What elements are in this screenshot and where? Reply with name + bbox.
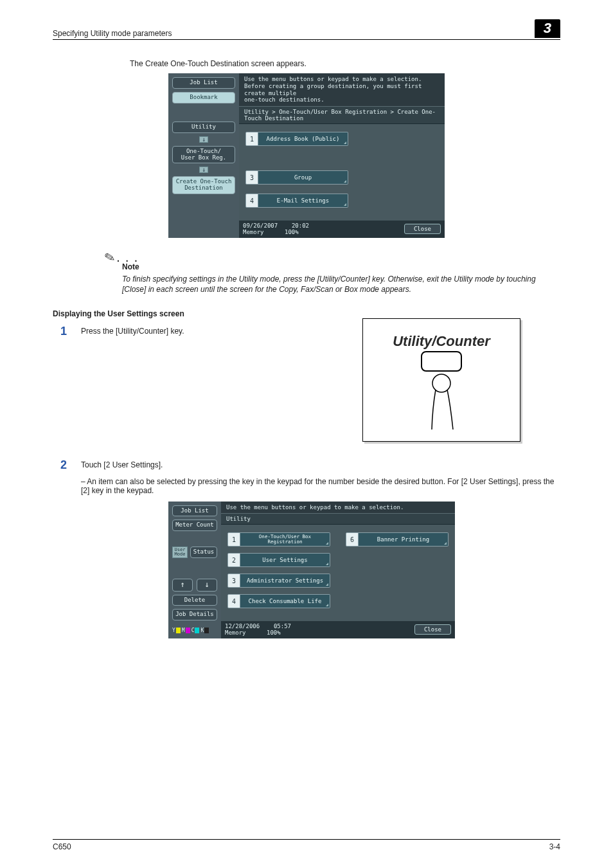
footer-time: 20:02	[292, 222, 309, 229]
key-label: Utility/Counter	[393, 333, 490, 350]
screenshot-create-one-touch: Job List Bookmark Utility ↓ One-Touch/ U…	[168, 73, 445, 238]
option-label: Address Book (Public)	[258, 132, 348, 146]
screenshot-utility-menu: Job List Meter Count User Mode Status ↑ …	[168, 502, 445, 639]
chapter-indicator: 3	[535, 19, 560, 38]
delete-button[interactable]: Delete	[172, 595, 217, 606]
job-details-button[interactable]: Job Details	[172, 609, 217, 620]
intro-text: The Create One-Touch Destination screen …	[130, 59, 560, 68]
breadcrumb: Utility > One-Touch/User Box Registratio…	[239, 106, 445, 124]
footer-mem-val: 100%	[267, 629, 281, 636]
footer-left: C650	[53, 842, 71, 851]
arrow-down-icon: ↓	[199, 167, 208, 173]
utility-nav[interactable]: Utility	[172, 122, 235, 133]
step-1: 1 Press the [Utility/Counter] key.	[53, 325, 362, 338]
option-number: 4	[245, 194, 258, 208]
meter-count-button[interactable]: Meter Count	[172, 520, 217, 531]
footer-time: 05:57	[274, 623, 291, 629]
page-footer: C650 3-4	[53, 839, 560, 851]
option-address-book[interactable]: 1 Address Book (Public)	[245, 132, 438, 146]
utility-counter-key-figure: Utility/Counter	[362, 318, 520, 442]
step-text: Touch [2 User Settings].	[81, 458, 560, 469]
down-arrow-button[interactable]: ↓	[197, 579, 217, 591]
step-number: 1	[53, 325, 67, 338]
arrow-down-icon: ↓	[199, 136, 208, 143]
step-text: Press the [Utility/Counter] key.	[81, 325, 362, 336]
option-admin-settings[interactable]: 3 Administrator Settings	[227, 574, 449, 588]
header-title: Specifying Utility mode parameters	[53, 29, 172, 38]
screen-footer: 12/28/2006 05:57 Memory 100% Close	[221, 621, 455, 638]
footer-mem-val: 100%	[285, 229, 299, 235]
note-block: ✎. . . Note To finish specifying setting…	[104, 249, 560, 294]
screen-instruction: Use the menu buttons or keypad to make a…	[221, 502, 455, 514]
svg-point-0	[432, 374, 450, 392]
toner-levels: Y M C K	[172, 624, 217, 633]
step-2: 2 Touch [2 User Settings].	[53, 458, 560, 472]
option-group[interactable]: 3 Group	[245, 170, 438, 185]
usermode-tag: User Mode	[172, 547, 188, 558]
close-button[interactable]: Close	[414, 624, 451, 635]
close-button[interactable]: Close	[404, 224, 441, 234]
option-number: 4	[227, 594, 240, 608]
job-list-button[interactable]: Job List	[172, 505, 217, 517]
step-2-sublist: An item can also be selected by pressing…	[81, 477, 560, 495]
option-label: Group	[258, 170, 348, 185]
footer-mem-label: Memory	[243, 229, 264, 235]
pencil-icon: ✎	[103, 249, 117, 266]
option-number: 3	[227, 574, 240, 588]
footer-date: 09/26/2007	[243, 222, 278, 229]
note-label: Note	[122, 262, 560, 271]
option-banner-printing[interactable]: 6 Banner Printing	[346, 532, 449, 547]
up-arrow-button[interactable]: ↑	[172, 579, 193, 591]
option-onetouch-reg[interactable]: 1 One-Touch/User Box Registration	[227, 532, 330, 547]
screen-footer: 09/26/2007 20:02 Memory 100% Close	[239, 221, 445, 238]
hand-press-icon	[423, 373, 460, 429]
section-heading: Displaying the User Settings screen	[53, 309, 560, 318]
note-body: To finish specifying settings in the Uti…	[122, 274, 560, 294]
job-list-button[interactable]: Job List	[172, 77, 235, 89]
option-number: 6	[346, 532, 359, 547]
option-number: 2	[227, 553, 240, 567]
create-onetouch-nav[interactable]: Create One-Touch Destination	[172, 176, 235, 194]
option-consumable-life[interactable]: 4 Check Consumable Life	[227, 594, 449, 608]
option-label: User Settings	[240, 553, 330, 567]
option-number: 1	[245, 132, 258, 146]
option-user-settings[interactable]: 2 User Settings	[227, 553, 449, 567]
chapter-number: 3	[535, 19, 560, 38]
option-label: Administrator Settings	[240, 574, 330, 588]
option-label: Banner Printing	[359, 532, 449, 547]
option-label: Check Consumable Life	[240, 594, 330, 608]
step-number: 2	[53, 458, 67, 472]
footer-right: 3-4	[549, 842, 560, 851]
key-button-icon	[421, 351, 462, 372]
screen-instruction: Use the menu buttons or keypad to make a…	[239, 73, 445, 106]
page-header: Specifying Utility mode parameters 3	[53, 19, 560, 40]
breadcrumb: Utility	[221, 513, 455, 525]
option-number: 3	[245, 170, 258, 185]
status-button[interactable]: Status	[190, 547, 217, 558]
option-label: One-Touch/User Box Registration	[240, 532, 330, 547]
footer-mem-label: Memory	[225, 629, 246, 636]
footer-date: 12/28/2006	[225, 623, 260, 629]
option-label: E-Mail Settings	[258, 194, 348, 208]
bookmark-button[interactable]: Bookmark	[172, 92, 235, 104]
option-email-settings[interactable]: 4 E-Mail Settings	[245, 194, 438, 208]
onetouch-nav[interactable]: One-Touch/ User Box Reg.	[172, 146, 235, 164]
option-number: 1	[227, 532, 240, 547]
sub-item: An item can also be selected by pressing…	[81, 477, 560, 495]
